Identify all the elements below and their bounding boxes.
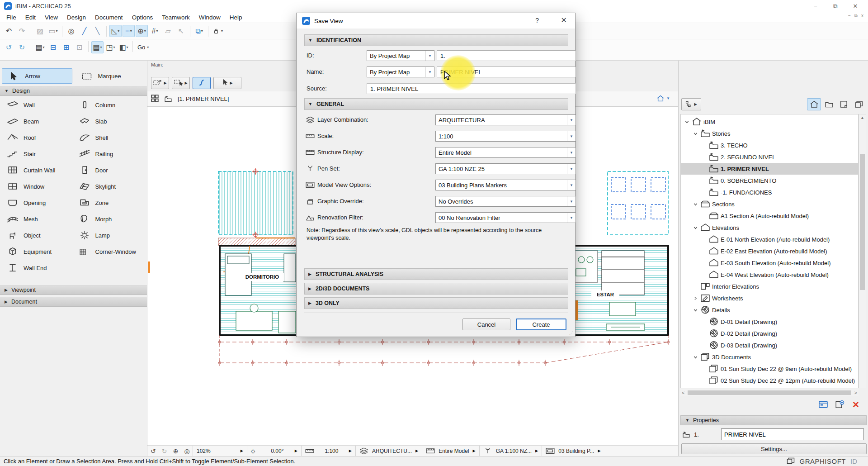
section-structural-analysis[interactable]: ▶STRUCTURAL ANALYSIS	[304, 268, 568, 280]
active-view-tab[interactable]: [1. PRIMER NIVEL]	[178, 95, 229, 102]
id-mode-dropdown[interactable]: By Project Map▾	[367, 50, 434, 61]
settings-button[interactable]: Settings...	[681, 443, 867, 454]
project-map-button[interactable]	[807, 98, 821, 110]
menu-window[interactable]: Window	[194, 13, 225, 22]
tree-item[interactable]: 01 Sun Study Dec 22 @ 9am (Auto-rebuild …	[681, 363, 858, 375]
quad-view-icon[interactable]	[151, 95, 159, 104]
tree-item[interactable]: E-04 West Elevation (Auto-rebuild Model)	[681, 269, 858, 281]
graphic-override-dropdown[interactable]: No Overrides▾	[435, 196, 576, 207]
toolbox-tool-roof[interactable]: Roof	[2, 129, 74, 146]
chevron-down-icon[interactable]	[692, 307, 698, 314]
close-button[interactable]: ✕	[845, 0, 865, 12]
toolbox-tool-curtain-wall[interactable]: Curtain Wall	[2, 162, 74, 178]
menu-help[interactable]: Help	[225, 13, 247, 22]
grid-snap-button[interactable]: #▾	[149, 25, 161, 37]
menu-design[interactable]: Design	[62, 13, 90, 22]
toolbox-tool-zone[interactable]: Zone	[74, 195, 146, 211]
menu-edit[interactable]: Edit	[21, 13, 40, 22]
dimension-tag-button[interactable]: ▭▾	[47, 25, 59, 37]
view-map-button[interactable]	[822, 98, 836, 110]
menu-view[interactable]: View	[40, 13, 62, 22]
spline-mode-button[interactable]	[193, 77, 211, 89]
tree-item[interactable]: iBIM	[681, 116, 858, 128]
tree-item[interactable]: 3D Documents	[681, 351, 858, 363]
trace-reference-button[interactable]: ⧉▾	[193, 25, 205, 37]
inject-parameters-button[interactable]: ╲	[91, 25, 104, 37]
toolbox-tool-opening[interactable]: Opening	[2, 195, 74, 211]
marquee-select-button[interactable]: ▶	[172, 77, 190, 89]
publisher-sets-button[interactable]	[852, 98, 866, 110]
toolbox-tool-railing[interactable]: Railing	[74, 146, 146, 162]
tree-item[interactable]: E-03 South Elevation (Auto-rebuild Model…	[681, 257, 858, 269]
tree-item[interactable]: Sections	[681, 198, 858, 210]
tree-item[interactable]: 1. PRIMER NIVEL	[681, 163, 858, 175]
create-button[interactable]: Create	[516, 319, 566, 330]
toolbox-tool-column[interactable]: Column	[74, 97, 146, 113]
tree-item[interactable]: 02 Sun Study Dec 22 @ 12pm (Auto-rebuild…	[681, 375, 858, 386]
toolbox-tool-wall[interactable]: Wall	[2, 97, 74, 113]
zoom-next-button[interactable]: ↻	[159, 447, 170, 455]
tree-item[interactable]: Interior Elevations	[681, 281, 858, 292]
view-name-input[interactable]	[721, 428, 864, 440]
toolbox-tool-window[interactable]: Window	[2, 178, 74, 195]
zoom-in-button[interactable]: ⊕	[170, 447, 181, 455]
tree-item[interactable]: D-03 Detail (Drawing)	[681, 339, 858, 351]
guide-lines-button[interactable]: ◺▾	[109, 25, 122, 37]
name-mode-dropdown[interactable]: By Project Map▾	[367, 67, 434, 77]
toolbox-tool-object[interactable]: Object	[2, 227, 74, 243]
renovation-filter-dropdown[interactable]: 00 No Renovation Filter▾	[435, 212, 576, 223]
lock-button[interactable]: ▾	[211, 25, 223, 37]
zoom-previous-button[interactable]: ↺	[147, 447, 159, 455]
toolbox-tool-skylight[interactable]: Skylight	[74, 178, 146, 195]
coordinate-input-button[interactable]: ⊕▾	[136, 25, 148, 37]
toolbox-tool-slab[interactable]: Slab	[74, 113, 146, 129]
toolbox-tool-corner-window[interactable]: Corner-Window	[74, 243, 146, 260]
toolbox-tool-beam[interactable]: Beam	[2, 113, 74, 129]
publish-layout-button[interactable]: ⊟	[47, 41, 59, 53]
tree-item[interactable]: E-02 East Elevation (Auto-rebuild Model)	[681, 245, 858, 257]
tree-item[interactable]: D-02 Detail (Drawing)	[681, 328, 858, 339]
go-button[interactable]: Go▾	[136, 41, 149, 53]
toolbox-tool-stair[interactable]: Stair	[2, 146, 74, 162]
tree-item[interactable]: Details	[681, 304, 858, 316]
toolbox-tool-equipment[interactable]: Equipment	[2, 243, 74, 260]
scroll-left-icon[interactable]: <	[680, 390, 686, 395]
structure-display-dropdown[interactable]: Entire Model▾	[435, 147, 576, 158]
model-view-options-control[interactable]: 03 Building P...▶	[542, 446, 604, 456]
layer-combination-control[interactable]: ARQUITECTU...▶	[355, 446, 422, 456]
quick-options-button[interactable]: ▼	[656, 95, 670, 102]
arrow-mode-button[interactable]: ▶	[213, 77, 241, 89]
general-section-header[interactable]: ▼ GENERAL	[304, 98, 568, 110]
undo-button[interactable]: ↶	[3, 25, 15, 37]
menu-options[interactable]: Options	[127, 13, 158, 22]
toolbox-tool-morph[interactable]: Morph	[74, 211, 146, 227]
fit-in-window-button[interactable]: ◎	[181, 447, 193, 455]
canvas-scroll-chip[interactable]	[148, 262, 150, 273]
adjust-button[interactable]: ▨	[34, 25, 46, 37]
teamwork-receive-button[interactable]: ↻	[16, 41, 28, 53]
rotation-control[interactable]: ◇0.00°▶	[247, 446, 301, 456]
toolbox-section-viewpoint[interactable]: ▶Viewpoint	[0, 285, 147, 295]
menu-file[interactable]: File	[2, 13, 21, 22]
scale-dropdown[interactable]: 1:100▾	[435, 131, 576, 142]
doc-restore-button[interactable]: ⧉	[854, 13, 858, 19]
section-view-button[interactable]: ◧▾	[118, 41, 130, 53]
zoom-level-control[interactable]: 102%▶	[193, 446, 247, 456]
properties-section-header[interactable]: ▼ Properties	[680, 415, 867, 425]
tree-item[interactable]: Stories	[681, 128, 858, 139]
redo-button[interactable]: ↷	[16, 25, 28, 37]
toolbox-section-document[interactable]: ▶Document	[0, 297, 147, 307]
structure-display-control[interactable]: Entire Model▶	[422, 446, 479, 456]
resize-grip[interactable]: ⋰	[569, 331, 574, 335]
layout-book-button[interactable]	[837, 98, 851, 110]
tree-item[interactable]: 3. TECHO	[681, 139, 858, 151]
chevron-right-icon[interactable]	[692, 295, 698, 302]
model-view-options-dropdown[interactable]: 03 Building Plans Markers▾	[435, 180, 576, 190]
section-3d-only[interactable]: ▶3D ONLY	[304, 297, 568, 309]
menu-teamwork[interactable]: Teamwork	[157, 13, 194, 22]
minimize-button[interactable]: −	[806, 0, 826, 12]
toolbox-tool-door[interactable]: Door	[74, 162, 146, 178]
close-dialog-button[interactable]: ✕	[561, 16, 567, 24]
menu-document[interactable]: Document	[90, 13, 127, 22]
toolbox-tool-shell[interactable]: Shell	[74, 129, 146, 146]
